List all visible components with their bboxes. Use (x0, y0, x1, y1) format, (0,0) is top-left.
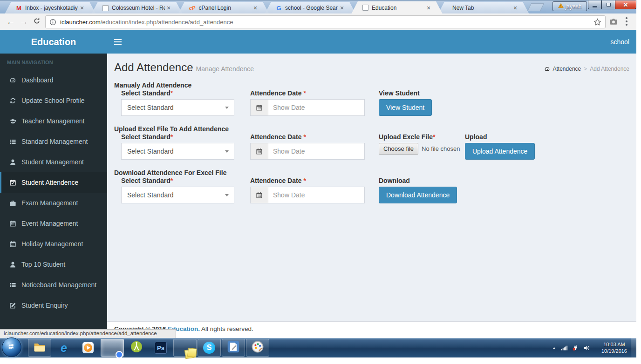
tab-close-icon[interactable]: × (165, 4, 172, 12)
sidebar-item-dashboard[interactable]: Dashboard (0, 70, 107, 90)
field-label: Select Standard* (121, 133, 235, 141)
web-page: Education MAIN NAVIGATION DashboardUpdat… (0, 30, 636, 338)
sidebar-item-top-10-student[interactable]: Top 10 Student (0, 254, 107, 275)
taskbar-documentation-button[interactable] (222, 339, 245, 357)
file-status: No file chosen (422, 145, 460, 152)
sidebar-item-student-attendence[interactable]: Student Attendence (0, 172, 107, 193)
tab-close-icon[interactable]: × (252, 4, 259, 12)
start-button[interactable] (2, 337, 21, 357)
show-desktop-button[interactable] (631, 338, 636, 357)
browser-tab[interactable]: Education× (351, 1, 443, 14)
required-asterisk: * (170, 133, 173, 141)
tab-close-icon[interactable]: × (511, 4, 519, 12)
browser-tab[interactable]: Gschool - Google Search× (265, 2, 356, 14)
brand-logo[interactable]: Education (0, 30, 107, 54)
show-hidden-icon[interactable] (552, 345, 557, 351)
sidebar-toggle-button[interactable] (107, 30, 128, 54)
choose-file-button[interactable]: Choose file (379, 143, 418, 155)
required-asterisk: * (170, 89, 173, 97)
tray-icons (552, 344, 594, 351)
back-button[interactable]: ← (5, 16, 17, 28)
taskbar-chrome-button[interactable] (101, 339, 124, 357)
restore-button[interactable] (602, 0, 615, 9)
sidebar-item-label: Event Management (21, 220, 78, 227)
taskbar-android-studio-button[interactable] (125, 339, 148, 357)
taskbar-photoshop-button[interactable]: Ps (149, 339, 172, 357)
network-signal-icon[interactable] (561, 344, 568, 351)
google-favicon: G (276, 5, 282, 12)
action-label: View Student (379, 89, 432, 97)
sidebar-item-teacher-management[interactable]: Teacher Management (0, 111, 107, 131)
photoshop-icon: Ps (155, 342, 167, 354)
page-info-icon[interactable] (49, 19, 56, 26)
browser-tab[interactable]: MInbox - jayeshkotadiya1× (5, 2, 96, 14)
date-input[interactable] (268, 143, 365, 160)
page-title: Add Attendence (114, 61, 193, 74)
section-heading: Manualy Add Attendence (114, 81, 629, 89)
breadcrumb-section[interactable]: Attendence (553, 66, 581, 72)
field-label: Upload Excle File* (379, 133, 460, 141)
browser-tab[interactable]: Colosseum Hotel - Resp× (91, 2, 183, 14)
content-header: Add AttendenceManage Attendence Attenden… (107, 54, 636, 74)
tab-title: Inbox - jayeshkotadiya1 (25, 5, 78, 11)
bookmark-star-icon[interactable] (593, 18, 601, 26)
tab-title: New Tab (452, 5, 511, 11)
field-select-standard: Select Standard* Select Standard (121, 89, 235, 116)
android-studio-icon (130, 340, 143, 355)
standard-select[interactable]: Select Standard (121, 187, 234, 203)
sidebar-item-student-enquiry[interactable]: Student Enquiry (0, 295, 107, 316)
new-tab-button[interactable] (527, 3, 544, 11)
address-bar[interactable]: iclauncher.com/education/index.php/atten… (45, 15, 606, 28)
volume-icon[interactable] (583, 344, 590, 351)
taskbar-internet-explorer-button[interactable]: e (52, 339, 75, 357)
windows-explorer-icon (33, 340, 46, 355)
standard-select[interactable]: Select Standard (121, 143, 234, 160)
browser-tab[interactable]: New Tab× (438, 2, 529, 14)
browser-menu-icon[interactable] (626, 17, 627, 19)
sidebar-item-exam-management[interactable]: Exam Management (0, 193, 107, 213)
sidebar-item-noticeboard-management[interactable]: Noticeboard Management (0, 275, 107, 295)
profile-button[interactable]: jayesh (552, 1, 587, 11)
calendar-icon (8, 241, 17, 248)
taskbar-windows-explorer-button[interactable] (28, 339, 51, 357)
sidebar-item-student-management[interactable]: Student Management (0, 152, 107, 172)
taskbar-windows-media-player-button[interactable] (76, 339, 100, 357)
sidebar: Education MAIN NAVIGATION DashboardUpdat… (0, 30, 107, 338)
forward-button[interactable]: → (18, 16, 30, 28)
date-input[interactable] (268, 99, 365, 116)
internet-explorer-icon: e (61, 341, 67, 355)
view-student-button[interactable]: View Student (379, 99, 432, 116)
tab-close-icon[interactable]: × (425, 4, 432, 12)
taskbar-skype-button[interactable]: S (198, 339, 221, 357)
browser-tab[interactable]: cPcPanel Login× (178, 2, 269, 14)
taskbar-sticky-notes-button[interactable] (173, 339, 197, 357)
date-input[interactable] (268, 187, 365, 203)
sidebar-item-standard-management[interactable]: Standard Management (0, 131, 107, 152)
sidebar-item-holiday-management[interactable]: Holiday Management (0, 234, 107, 254)
section-upload-excel: Upload Excel File To Add Attendence Sele… (114, 125, 629, 169)
required-asterisk: * (303, 133, 306, 141)
sidebar-item-event-management[interactable]: Event Management (0, 213, 107, 234)
screenshot-canvas: MInbox - jayeshkotadiya1×Colosseum Hotel… (0, 0, 641, 364)
calendar-icon (250, 99, 268, 116)
power-disconnected-icon[interactable] (572, 344, 579, 351)
sidebar-item-label: Dashboard (21, 76, 54, 84)
field-attendence-date: Attendence Date* (250, 133, 365, 160)
reload-button[interactable] (31, 16, 43, 28)
taskbar-paint-button[interactable] (246, 339, 269, 357)
sidebar-item-update-school-profile[interactable]: Update School Profile (0, 90, 107, 111)
sidebar-section-label: MAIN NAVIGATION (0, 54, 107, 70)
upload-attendence-button[interactable]: Upload Attendence (465, 143, 535, 160)
navbar-user[interactable]: school (611, 30, 629, 54)
download-attendence-button[interactable]: Download Attendence (379, 187, 457, 203)
sidebar-item-label: Top 10 Student (21, 261, 65, 268)
close-button[interactable]: ✕ (615, 0, 636, 9)
camera-icon[interactable] (609, 18, 618, 28)
taskbar-clock[interactable]: 10:03 AM 10/19/2016 (599, 341, 630, 354)
tab-close-icon[interactable]: × (338, 4, 346, 12)
tab-close-icon[interactable]: × (78, 4, 86, 12)
taskbar: ePsS 10:03 AM 10/19/2016 (0, 338, 636, 357)
minimize-button[interactable] (588, 0, 602, 9)
standard-select[interactable]: Select Standard (121, 99, 234, 116)
required-asterisk: * (170, 177, 173, 184)
